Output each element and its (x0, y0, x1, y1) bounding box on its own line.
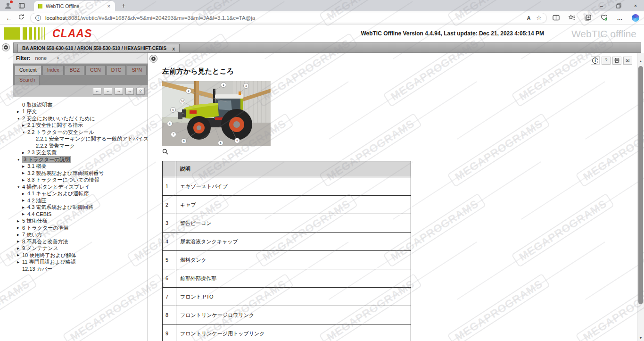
scrollbar-thumb[interactable] (638, 66, 643, 304)
print-button[interactable] (612, 57, 621, 65)
tree-item[interactable]: ▶7 使い方 (16, 232, 148, 239)
tree-item[interactable]: ▶2.3 安全装置 (16, 150, 148, 157)
chevron-right-icon[interactable]: ▶ (22, 206, 27, 209)
collections-icon[interactable] (584, 14, 592, 22)
sidebar-tab-bgz[interactable]: BGZ (65, 65, 84, 75)
row-number: 7 (163, 288, 176, 306)
sidebar-tab-search[interactable]: Search (15, 75, 40, 85)
sidebar-tab-dtc[interactable]: DTC (107, 65, 126, 75)
tree-item-label: 4 操作ボタンとディスプレイ (22, 183, 90, 191)
doc-tab-scroll-button[interactable] (2, 43, 10, 51)
restore-button[interactable] (610, 0, 627, 11)
new-tab-button[interactable]: + (122, 2, 125, 9)
tree-item[interactable]: ▶3.2 製品表記および車両識別番号 (16, 170, 148, 177)
chevron-down-icon[interactable]: ▾ (57, 56, 59, 60)
sidebar-tab-index[interactable]: Index (42, 65, 64, 75)
browser-tab[interactable]: WebTIC Offline × (34, 1, 115, 11)
sidebar-tab-content[interactable]: Content (15, 65, 41, 75)
scroll-up-icon[interactable]: ▲ (637, 59, 644, 63)
chevron-down-icon[interactable]: ▼ (17, 185, 22, 189)
chevron-down-icon[interactable]: ▼ (17, 117, 22, 120)
document-tab[interactable]: BA ARION 650-630-610 / ARION 550-530-510… (17, 44, 180, 53)
profile-avatar[interactable] (4, 1, 12, 10)
address-bar[interactable]: i localhost:8081/webtic/#v&di=1687&dv=5&… (30, 13, 547, 23)
scroll-down-icon[interactable]: ▼ (637, 336, 644, 340)
chevron-right-icon[interactable]: ▶ (22, 151, 27, 155)
chevron-right-icon[interactable]: ▶ (17, 247, 22, 250)
document-tab-close-icon[interactable]: x (172, 46, 175, 51)
tree-item[interactable]: ▶1 序文 (16, 108, 148, 116)
chevron-right-icon[interactable]: ▶ (22, 178, 27, 182)
tree-item[interactable]: 0 取扱説明書 (16, 101, 148, 108)
chevron-right-icon[interactable]: ▶ (17, 233, 22, 237)
chevron-right-icon[interactable]: ▶ (17, 110, 22, 114)
tab-actions-icon[interactable] (18, 2, 25, 9)
tree-nav-button-0[interactable]: ← (93, 88, 101, 95)
favorite-star-icon[interactable]: ☆ (536, 14, 542, 21)
tree-item[interactable]: 2.2.2 警告マーク (16, 142, 148, 150)
tree-nav-button-4[interactable]: ? (136, 88, 145, 95)
minimize-button[interactable]: – (593, 0, 610, 11)
tree-item[interactable]: ▶3.3 トラクターについての情報 (16, 177, 148, 184)
email-button[interactable]: ✉ (623, 57, 632, 65)
site-info-icon[interactable]: i (35, 15, 41, 21)
tree-nav-button-3[interactable]: → (125, 88, 134, 95)
close-window-button[interactable]: × (627, 0, 644, 11)
sidebar-tab-spn[interactable]: SPN (127, 65, 147, 75)
tree-item[interactable]: 12.13 カバー (16, 266, 148, 273)
settings-menu-icon[interactable]: … (616, 14, 624, 22)
tree-item[interactable]: ▶11 専門用語および略語 (16, 259, 148, 266)
tree-nav-button-2[interactable]: → (115, 88, 123, 95)
vertical-scrollbar[interactable]: ▲ ▼ (637, 53, 644, 341)
refresh-icon[interactable] (15, 14, 27, 22)
browser-tab-title: WebTIC Offline (46, 3, 107, 9)
filter-dropdown[interactable]: none (35, 55, 47, 61)
read-aloud-icon[interactable]: A (527, 15, 531, 21)
tree-item-label: 9 メンテナンス (22, 245, 58, 252)
chevron-right-icon[interactable]: ▶ (22, 165, 27, 168)
tree-item[interactable]: ▶4.1 キャビンおよび運転席 (16, 191, 148, 198)
tree-item[interactable]: ▶5 技術仕様 (16, 218, 148, 225)
chevron-down-icon[interactable]: ▼ (17, 158, 22, 161)
magnifier-icon[interactable] (162, 148, 169, 155)
split-screen-icon[interactable] (552, 14, 560, 22)
tree-item[interactable]: ▶8 不具合と改善方法 (16, 238, 148, 245)
tree-item[interactable]: ▶3.1 概要 (16, 163, 148, 170)
tree-item[interactable]: ▼2.2 トラクターの安全シール (16, 129, 148, 136)
chevron-down-icon[interactable]: ▼ (22, 131, 27, 134)
favorites-bar-icon[interactable] (568, 14, 576, 22)
tree-nav-button-1[interactable]: ← (104, 88, 112, 95)
chevron-right-icon[interactable]: ▶ (22, 192, 27, 196)
chevron-right-icon[interactable]: ▶ (17, 219, 22, 223)
chevron-right-icon[interactable]: ▶ (22, 199, 27, 202)
copilot-icon[interactable] (632, 14, 639, 22)
tree-item[interactable]: ▶6 トラクターの準備 (16, 225, 148, 232)
chevron-right-icon[interactable]: ▶ (17, 226, 22, 230)
chevron-right-icon[interactable]: ▶ (17, 253, 22, 257)
chevron-right-icon[interactable]: ▶ (22, 171, 27, 175)
chevron-right-icon[interactable]: ▶ (22, 124, 27, 127)
tree-item[interactable]: ▼4 操作ボタンとディスプレイ (16, 183, 148, 191)
tab-close-icon[interactable]: × (107, 3, 111, 9)
tree-item[interactable]: ▶4.3 電気系統および制御回路 (16, 204, 148, 211)
sidebar-tab-ccn[interactable]: CCN (85, 65, 106, 75)
webtic-favicon-icon (38, 4, 42, 8)
tree-item[interactable]: ▶9 メンテナンス (16, 245, 148, 252)
tree-item[interactable]: ▼2 安全にお使いいただくために (16, 115, 148, 122)
tree-item[interactable]: ▼3 トラクターの説明 (16, 156, 148, 163)
chevron-right-icon[interactable]: ▶ (17, 260, 22, 264)
tree-item[interactable]: ▶2.1 安全性に関する指示 (16, 122, 148, 129)
info-button[interactable]: i (591, 56, 600, 65)
sidebar-collapse-button[interactable] (149, 55, 157, 63)
help-button[interactable]: ? (602, 57, 611, 65)
row-description: 燃料タンク (176, 251, 411, 269)
tree-item[interactable]: ▶4.2 油圧 (16, 197, 148, 204)
chevron-right-icon[interactable]: ▶ (22, 212, 27, 216)
tree-item[interactable]: ▶10 使用終了および解体 (16, 252, 148, 259)
chevron-right-icon[interactable]: ▶ (17, 240, 22, 243)
back-icon[interactable]: ← (3, 14, 15, 22)
browser-toolbar: ← i localhost:8081/webtic/#v&di=1687&dv=… (0, 11, 644, 25)
tree-item[interactable]: ▶4.4 CEBIS (16, 211, 148, 218)
browser-essentials-icon[interactable] (600, 14, 608, 22)
tree-item[interactable]: 2.2.1 安全マーキングに関する一般的アドバイス (16, 136, 148, 143)
